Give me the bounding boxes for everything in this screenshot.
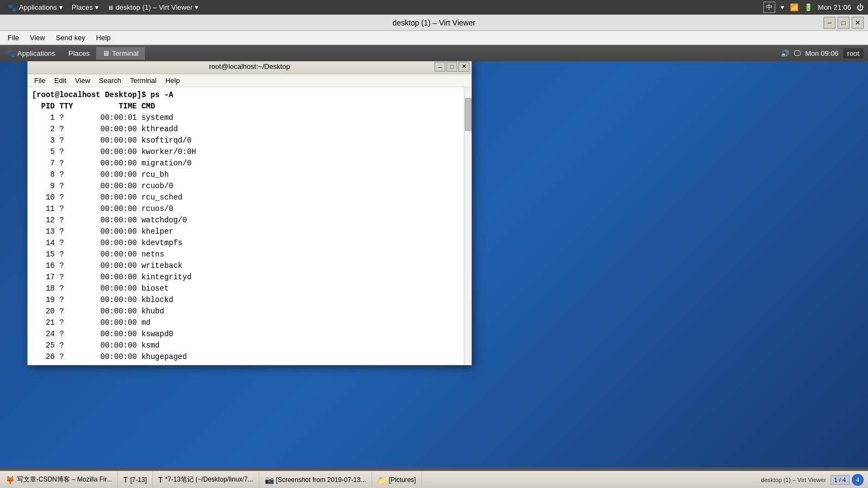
outer-task-label: [Pictures] bbox=[389, 476, 416, 484]
applications-arrow-icon: ▾ bbox=[59, 3, 63, 11]
outer-taskbar-items: 🦊写文章-CSDN博客 – Mozilla Fir...T[7-13]T*7-1… bbox=[0, 471, 422, 488]
process-row: 12 ? 00:00:00 watchdog/0 bbox=[32, 215, 459, 226]
process-row: 1 ? 00:00:01 systemd bbox=[32, 112, 459, 124]
inner-places-label: Places bbox=[68, 49, 90, 57]
system-bar-right: 中 ▾ 📶 🔋 Mon 21:06 ⏻ bbox=[763, 2, 864, 13]
window-title-label: desktop (1) – Virt Viewer bbox=[116, 3, 193, 11]
process-row: 15 ? 00:00:00 netns bbox=[32, 249, 459, 260]
process-row: 10 ? 00:00:00 rcu_sched bbox=[32, 192, 459, 203]
inner-applications-label: Applications bbox=[17, 49, 55, 57]
inner-user-badge[interactable]: root bbox=[843, 48, 864, 59]
process-row: 7 ? 00:00:00 migration/0 bbox=[32, 158, 459, 169]
inner-volume-icon[interactable]: 🔊 bbox=[781, 49, 789, 57]
process-row: 16 ? 00:00:00 writeback bbox=[32, 260, 459, 272]
process-list: 1 ? 00:00:01 systemd 2 ? 00:00:00 kthrea… bbox=[32, 112, 459, 363]
outer-taskbar-right: desktop (1) – Virt Viewer 1 / 4 4 bbox=[761, 474, 868, 486]
outer-task-icon: 📷 bbox=[265, 476, 274, 484]
terminal-titlebar: root@localhost:~/Desktop – □ ✕ bbox=[28, 59, 471, 74]
terminal-title-buttons: – □ ✕ bbox=[435, 62, 469, 72]
inner-screen-icon: 🖵 bbox=[794, 49, 801, 57]
places-menu[interactable]: Places ▾ bbox=[68, 2, 102, 12]
virt-viewer-window: desktop (1) – Virt Viewer – □ ✕ File Vie… bbox=[0, 15, 868, 488]
outer-pager-button[interactable]: 4 bbox=[852, 474, 864, 486]
language-indicator[interactable]: 中 bbox=[763, 2, 775, 13]
terminal-maximize-button[interactable]: □ bbox=[446, 62, 457, 72]
outer-pager-label[interactable]: 1 / 4 bbox=[831, 475, 850, 485]
terminal-app-icon: 🖥 bbox=[103, 49, 110, 57]
applications-label: Applications bbox=[19, 3, 57, 11]
system-bar: 🐾 Applications ▾ Places ▾ 🖥 desktop (1) … bbox=[0, 0, 868, 15]
terminal-view-menu[interactable]: View bbox=[71, 75, 94, 86]
inner-top-bar: 🐾 Applications Places 🖥 Terminal 🔊 🖵 Mon… bbox=[0, 45, 868, 61]
terminal-file-menu[interactable]: File bbox=[30, 75, 50, 86]
process-row: 11 ? 00:00:00 rcuos/0 bbox=[32, 203, 459, 215]
virt-viewer-sendkey-menu[interactable]: Send key bbox=[50, 33, 91, 43]
terminal-content[interactable]: [root@localhost Desktop]$ ps -A PID TTY … bbox=[28, 87, 464, 365]
outer-taskbar: 🦊写文章-CSDN博客 – Mozilla Fir...T[7-13]T*7-1… bbox=[0, 471, 868, 488]
inner-top-bar-left: 🐾 Applications Places 🖥 Terminal bbox=[0, 47, 145, 60]
lang-arrow-icon: ▾ bbox=[781, 3, 784, 11]
terminal-menubar: File Edit View Search Terminal Help bbox=[28, 74, 471, 87]
process-row: 14 ? 00:00:00 kdevtmpfs bbox=[32, 237, 459, 249]
terminal-minimize-button[interactable]: – bbox=[435, 62, 445, 72]
scrollbar-thumb[interactable] bbox=[465, 98, 471, 131]
outer-task-icon: T bbox=[158, 476, 163, 484]
process-row: 26 ? 00:00:00 khugepaged bbox=[32, 351, 459, 363]
process-row: 20 ? 00:00:00 khubd bbox=[32, 306, 459, 317]
process-row: 13 ? 00:00:00 khelper bbox=[32, 226, 459, 237]
outer-taskbar-item[interactable]: T[7-13] bbox=[118, 471, 152, 488]
terminal-scrollbar[interactable] bbox=[464, 87, 471, 365]
virt-viewer-title: desktop (1) – Virt Viewer bbox=[393, 18, 476, 27]
virt-viewer-file-menu[interactable]: File bbox=[2, 33, 24, 43]
inner-gnome-icon: 🐾 bbox=[7, 49, 15, 57]
process-row: 21 ? 00:00:00 md bbox=[32, 317, 459, 329]
process-row: 25 ? 00:00:00 ksmd bbox=[32, 340, 459, 351]
virt-viewer-close-button[interactable]: ✕ bbox=[852, 17, 864, 29]
inner-places-menu[interactable]: Places bbox=[62, 47, 96, 60]
outer-task-icon: T bbox=[123, 476, 128, 484]
battery-icon: 🔋 bbox=[804, 3, 813, 11]
virt-viewer-titlebar: desktop (1) – Virt Viewer – □ ✕ bbox=[0, 15, 868, 31]
applications-menu[interactable]: 🐾 Applications ▾ bbox=[4, 2, 66, 13]
system-bar-left: 🐾 Applications ▾ Places ▾ 🖥 desktop (1) … bbox=[4, 2, 202, 13]
places-arrow-icon: ▾ bbox=[95, 3, 99, 11]
terminal-help-menu[interactable]: Help bbox=[161, 75, 184, 86]
outer-task-label: [Screenshot from 2019-07-13... bbox=[276, 476, 366, 484]
terminal-search-menu[interactable]: Search bbox=[94, 75, 125, 86]
process-row: 3 ? 00:00:00 ksoftirqd/0 bbox=[32, 135, 459, 146]
virt-viewer-minimize-button[interactable]: – bbox=[824, 17, 835, 29]
terminal-ps-header: PID TTY TIME CMD bbox=[32, 101, 459, 112]
process-row: 17 ? 00:00:00 kintegrityd bbox=[32, 272, 459, 283]
virt-viewer-view-menu[interactable]: View bbox=[24, 33, 50, 43]
inner-time: Mon 09:06 bbox=[805, 49, 838, 57]
inner-desktop: 🐾 Applications Places 🖥 Terminal 🔊 🖵 Mon… bbox=[0, 45, 868, 488]
outer-taskbar-item[interactable]: 📷[Screenshot from 2019-07-13... bbox=[259, 471, 372, 488]
window-menu[interactable]: 🖥 desktop (1) – Virt Viewer ▾ bbox=[104, 2, 202, 12]
inner-terminal-menu[interactable]: 🖥 Terminal bbox=[96, 47, 145, 60]
terminal-terminal-menu[interactable]: Terminal bbox=[126, 75, 161, 86]
outer-task-icon: 📁 bbox=[378, 476, 387, 484]
gnome-logo-icon: 🐾 bbox=[8, 3, 17, 12]
outer-task-label: 写文章-CSDN博客 – Mozilla Fir... bbox=[17, 475, 112, 484]
process-row: 18 ? 00:00:00 bioset bbox=[32, 283, 459, 294]
terminal-title: root@localhost:~/Desktop bbox=[209, 62, 290, 70]
inner-applications-menu[interactable]: 🐾 Applications bbox=[0, 47, 62, 60]
outer-taskbar-item[interactable]: 📁[Pictures] bbox=[372, 471, 422, 488]
process-row: 24 ? 00:00:00 kswapd0 bbox=[32, 329, 459, 340]
wifi-icon: 📶 bbox=[790, 3, 799, 11]
process-row: 5 ? 00:00:00 kworker/0:0H bbox=[32, 146, 459, 158]
outer-taskbar-item[interactable]: T*7-13笔记 (~/Desktop/linux/7... bbox=[153, 471, 259, 488]
terminal-close-button[interactable]: ✕ bbox=[458, 62, 469, 72]
virt-viewer-maximize-button[interactable]: □ bbox=[838, 17, 850, 29]
power-icon[interactable]: ⏻ bbox=[857, 3, 864, 11]
outer-task-label: *7-13笔记 (~/Desktop/linux/7... bbox=[165, 475, 253, 484]
outer-pager: 1 / 4 4 bbox=[831, 474, 864, 486]
process-row: 2 ? 00:00:00 kthreadd bbox=[32, 124, 459, 135]
window-arrow-icon: ▾ bbox=[195, 3, 199, 11]
process-row: 8 ? 00:00:00 rcu_bh bbox=[32, 169, 459, 181]
places-label: Places bbox=[72, 3, 93, 11]
terminal-edit-menu[interactable]: Edit bbox=[50, 75, 71, 86]
virt-viewer-help-menu[interactable]: Help bbox=[91, 33, 116, 43]
virt-viewer-menubar: File View Send key Help bbox=[0, 31, 868, 45]
outer-taskbar-item[interactable]: 🦊写文章-CSDN博客 – Mozilla Fir... bbox=[0, 471, 118, 488]
